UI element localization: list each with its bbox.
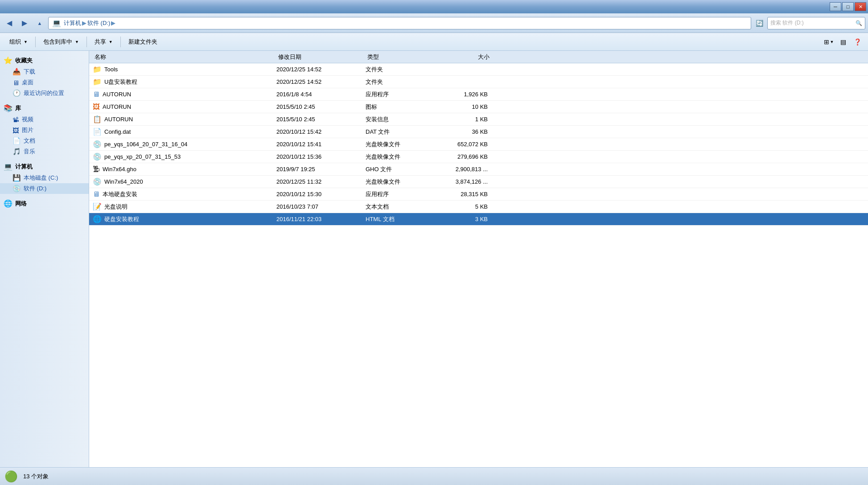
file-date-cell: 2020/10/12 15:30 <box>276 191 366 197</box>
sidebar-item-music[interactable]: 🎵 音乐 <box>0 146 89 157</box>
status-count: 13 个对象 <box>23 473 49 481</box>
network-header[interactable]: 🌐 网络 <box>0 197 89 210</box>
column-name[interactable]: 名称 <box>91 53 278 61</box>
table-row[interactable]: 🗜 Win7x64.gho 2019/9/7 19:25 GHO 文件 2,90… <box>89 163 868 176</box>
file-name-text: Tools <box>104 66 118 73</box>
table-row[interactable]: 📄 Config.dat 2020/10/12 15:42 DAT 文件 36 … <box>89 126 868 138</box>
search-box[interactable]: 搜索 软件 (D:) 🔍 <box>767 17 865 29</box>
library-label: 库 <box>15 104 21 112</box>
forward-button[interactable]: ▶ <box>18 17 31 29</box>
sidebar-item-recent[interactable]: 🕐 最近访问的位置 <box>0 88 89 99</box>
organize-dropdown-icon: ▼ <box>24 40 28 44</box>
address-bar[interactable]: 💻 计算机 ▶ 软件 (D:) ▶ <box>48 17 751 29</box>
file-type-cell: DAT 文件 <box>366 128 437 136</box>
breadcrumb-drive[interactable]: 软件 (D:) <box>87 19 110 27</box>
table-row[interactable]: 📝 光盘说明 2016/10/23 7:07 文本文档 5 KB <box>89 201 868 213</box>
library-section: 📚 库 📽 视频 🖼 图片 📄 文档 🎵 音乐 <box>0 102 89 157</box>
column-size[interactable]: 大小 <box>439 53 497 61</box>
file-name-cell: 📁 U盘安装教程 <box>89 78 276 86</box>
file-date-cell: 2016/1/8 4:54 <box>276 91 366 98</box>
back-button[interactable]: ◀ <box>3 17 16 29</box>
desktop-icon: 🖥 <box>12 79 19 86</box>
file-name-text: 本地硬盘安装 <box>103 190 137 198</box>
d-drive-label: 软件 (D:) <box>24 185 46 193</box>
table-row[interactable]: 🖼 AUTORUN 2015/5/10 2:45 图标 10 KB <box>89 101 868 113</box>
nav-bar: ◀ ▶ ▲ 💻 计算机 ▶ 软件 (D:) ▶ 🔄 搜索 软件 (D:) 🔍 <box>0 13 868 33</box>
toolbar: 组织 ▼ 包含到库中 ▼ 共享 ▼ 新建文件夹 ⊞▼ ▤ ❓ <box>0 33 868 51</box>
sidebar-item-documents[interactable]: 📄 文档 <box>0 136 89 146</box>
file-name-cell: 🖼 AUTORUN <box>89 103 276 111</box>
file-type-icon: 📝 <box>93 202 102 211</box>
table-row[interactable]: 📁 Tools 2020/12/25 14:52 文件夹 <box>89 63 868 76</box>
file-type-icon: 📋 <box>93 115 102 123</box>
file-name-text: pe_yqs_1064_20_07_31_16_04 <box>104 141 188 148</box>
file-type-cell: 光盘映像文件 <box>366 140 437 148</box>
sidebar-item-d-drive[interactable]: 💿 软件 (D:) <box>0 183 89 194</box>
file-name-cell: 🖥 AUTORUN <box>89 90 276 99</box>
file-type-icon: 📁 <box>93 78 102 86</box>
sidebar-item-pictures[interactable]: 🖼 图片 <box>0 125 89 136</box>
file-date-cell: 2016/11/21 22:03 <box>276 216 366 222</box>
help-button[interactable]: ❓ <box>851 36 864 48</box>
library-header[interactable]: 📚 库 <box>0 102 89 114</box>
pictures-label: 图片 <box>22 126 33 134</box>
minimize-button[interactable]: ─ <box>830 2 841 11</box>
table-row[interactable]: 💿 Win7x64_2020 2020/12/25 11:32 光盘映像文件 3… <box>89 176 868 188</box>
favorites-icon: ⭐ <box>4 56 12 65</box>
file-type-icon: 💿 <box>93 177 102 186</box>
refresh-button[interactable]: 🔄 <box>753 17 765 29</box>
organize-button[interactable]: 组织 ▼ <box>4 35 33 49</box>
add-to-library-button[interactable]: 包含到库中 ▼ <box>38 35 84 49</box>
column-modified[interactable]: 修改日期 <box>278 53 367 61</box>
table-row[interactable]: 💿 pe_yqs_xp_20_07_31_15_53 2020/10/12 15… <box>89 151 868 163</box>
file-size-cell: 3 KB <box>437 216 495 222</box>
column-type[interactable]: 类型 <box>367 53 439 61</box>
sidebar-item-desktop[interactable]: 🖥 桌面 <box>0 77 89 88</box>
separator-1 <box>35 37 36 47</box>
table-row[interactable]: 🖥 本地硬盘安装 2020/10/12 15:30 应用程序 28,315 KB <box>89 188 868 201</box>
computer-section: 💻 计算机 💾 本地磁盘 (C:) 💿 软件 (D:) <box>0 160 89 194</box>
sidebar-item-c-drive[interactable]: 💾 本地磁盘 (C:) <box>0 173 89 183</box>
c-drive-label: 本地磁盘 (C:) <box>24 174 58 182</box>
computer-header[interactable]: 💻 计算机 <box>0 160 89 173</box>
new-folder-button[interactable]: 新建文件夹 <box>123 35 162 49</box>
file-name-cell: 📋 AUTORUN <box>89 115 276 123</box>
sidebar-item-video[interactable]: 📽 视频 <box>0 114 89 125</box>
sidebar-item-download[interactable]: 📥 下载 <box>0 66 89 77</box>
network-icon: 🌐 <box>4 199 12 208</box>
breadcrumb-computer[interactable]: 计算机 <box>64 19 81 27</box>
c-drive-icon: 💾 <box>12 174 21 182</box>
help-icon: ❓ <box>854 38 861 45</box>
preview-button[interactable]: ▤ <box>837 36 849 48</box>
file-size-cell: 1,926 KB <box>437 91 495 98</box>
add-to-library-dropdown-icon: ▼ <box>75 40 79 44</box>
file-list-area: 名称 修改日期 类型 大小 📁 Tools 2020/12/25 14:52 文… <box>89 51 868 467</box>
network-section: 🌐 网络 <box>0 197 89 210</box>
share-dropdown-icon: ▼ <box>109 40 113 44</box>
table-row[interactable]: 📁 U盘安装教程 2020/12/25 14:52 文件夹 <box>89 76 868 88</box>
favorites-header[interactable]: ⭐ 收藏夹 <box>0 54 89 66</box>
up-button[interactable]: ▲ <box>33 17 46 29</box>
table-row[interactable]: 🖥 AUTORUN 2016/1/8 4:54 应用程序 1,926 KB <box>89 88 868 101</box>
pictures-icon: 🖼 <box>12 127 19 134</box>
file-date-cell: 2020/10/12 15:36 <box>276 153 366 160</box>
close-button[interactable]: ✕ <box>855 2 866 11</box>
share-button[interactable]: 共享 ▼ <box>90 35 118 49</box>
file-type-cell: 安装信息 <box>366 115 437 123</box>
view-toggle-button[interactable]: ⊞▼ <box>823 36 835 48</box>
maximize-button[interactable]: □ <box>842 2 854 11</box>
network-label: 网络 <box>15 200 27 208</box>
table-row[interactable]: 🌐 硬盘安装教程 2016/11/21 22:03 HTML 文档 3 KB <box>89 213 868 226</box>
file-size-cell: 2,900,813 ... <box>437 166 495 173</box>
file-name-cell: 💿 pe_yqs_1064_20_07_31_16_04 <box>89 140 276 148</box>
file-size-cell: 3,874,126 ... <box>437 178 495 185</box>
music-label: 音乐 <box>24 148 35 156</box>
table-row[interactable]: 📋 AUTORUN 2015/5/10 2:45 安装信息 1 KB <box>89 113 868 126</box>
file-list-header: 名称 修改日期 类型 大小 <box>89 51 868 63</box>
status-bar: 🟢 13 个对象 <box>0 467 868 485</box>
file-type-icon: 🖥 <box>93 90 100 99</box>
search-icon: 🔍 <box>856 20 862 26</box>
file-name-cell: 🌐 硬盘安装教程 <box>89 215 276 223</box>
file-date-cell: 2020/12/25 14:52 <box>276 66 366 73</box>
table-row[interactable]: 💿 pe_yqs_1064_20_07_31_16_04 2020/10/12 … <box>89 138 868 151</box>
